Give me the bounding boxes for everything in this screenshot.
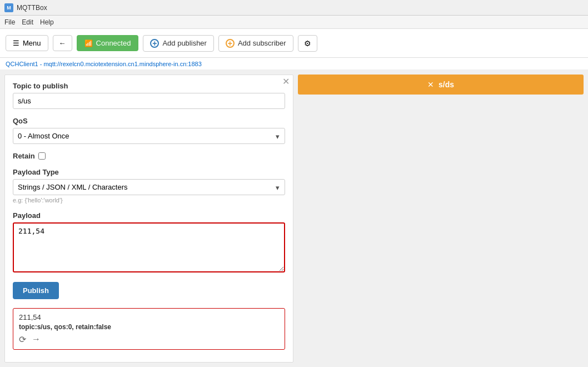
back-button[interactable]: ← xyxy=(53,35,72,51)
plus-circle-publisher-icon: + xyxy=(150,39,159,48)
signal-icon: 📶 xyxy=(84,39,93,47)
menu-button[interactable]: ☰ Menu xyxy=(6,35,48,51)
main-content: ✕ Topic to publish QoS 0 - Almost Once 1… xyxy=(0,70,588,367)
bars-icon: ☰ xyxy=(13,39,19,47)
publisher-close-button[interactable]: ✕ xyxy=(282,77,290,86)
qos-select-wrapper: 0 - Almost Once 1 - At Least Once 2 - Ex… xyxy=(13,128,285,144)
connection-bar: QCHClient1 - mqtt://rexelcn0.mciotextens… xyxy=(0,58,588,70)
topic-label: Topic to publish xyxy=(13,82,285,90)
qos-label: QoS xyxy=(13,117,285,125)
qos-group: QoS 0 - Almost Once 1 - At Least Once 2 … xyxy=(13,117,285,144)
topic-group: Topic to publish xyxy=(13,82,285,109)
publisher-form: Topic to publish QoS 0 - Almost Once 1 -… xyxy=(5,75,293,356)
connection-link[interactable]: QCHClient1 - mqtt://rexelcn0.mciotextens… xyxy=(6,61,202,67)
payload-label: Payload xyxy=(13,211,285,220)
subscriber-tab-close-icon[interactable]: ✕ xyxy=(427,80,434,89)
gear-icon: ⚙ xyxy=(304,39,311,48)
payload-type-group: Payload Type Strings / JSON / XML / Char… xyxy=(13,168,285,204)
menu-file[interactable]: File xyxy=(4,18,15,26)
menu-edit[interactable]: Edit xyxy=(22,18,33,26)
published-value: 211,54 xyxy=(19,313,279,321)
publish-button[interactable]: Publish xyxy=(13,282,59,299)
add-publisher-button[interactable]: + Add publisher xyxy=(143,35,214,52)
add-subscriber-button[interactable]: + Add subscriber xyxy=(218,35,293,52)
retain-label: Retain xyxy=(13,152,35,160)
connected-label: Connected xyxy=(96,39,131,47)
subscriber-tab[interactable]: ✕ s/ds xyxy=(298,75,584,95)
app-title: MQTTBox xyxy=(17,4,47,12)
arrow-left-icon: ← xyxy=(59,39,66,47)
title-bar: M MQTTBox xyxy=(0,0,588,16)
published-meta-text: topic:s/us, qos:0, retain:false xyxy=(19,323,111,331)
menu-help[interactable]: Help xyxy=(40,18,54,26)
retain-checkbox[interactable] xyxy=(38,152,46,160)
settings-button[interactable]: ⚙ xyxy=(298,35,317,52)
toolbar: ☰ Menu ← 📶 Connected + Add publisher + A… xyxy=(0,29,588,58)
payload-group: Payload 211,54 xyxy=(13,211,285,274)
published-actions: ⟳ → xyxy=(19,334,279,345)
topic-input[interactable] xyxy=(13,93,285,109)
subscriber-panel: ✕ s/ds xyxy=(298,75,584,363)
payload-type-label: Payload Type xyxy=(13,168,285,176)
subscriber-tab-label: s/ds xyxy=(438,80,454,89)
connected-button[interactable]: 📶 Connected xyxy=(77,35,139,51)
payload-example: e.g: {'hello':'world'} xyxy=(13,197,285,204)
plus-circle-subscriber-icon: + xyxy=(226,39,235,48)
qos-select[interactable]: 0 - Almost Once 1 - At Least Once 2 - Ex… xyxy=(13,128,285,144)
payload-textarea[interactable]: 211,54 xyxy=(13,222,285,272)
payload-type-select[interactable]: Strings / JSON / XML / Characters Intege… xyxy=(13,179,285,195)
forward-icon[interactable]: → xyxy=(32,334,41,345)
published-message-box: 211,54 topic:s/us, qos:0, retain:false ⟳… xyxy=(13,308,285,350)
menu-label: Menu xyxy=(23,39,41,47)
app-icon: M xyxy=(4,3,13,12)
add-subscriber-label: Add subscriber xyxy=(238,39,286,47)
republish-icon[interactable]: ⟳ xyxy=(19,334,26,345)
add-publisher-label: Add publisher xyxy=(162,39,207,47)
payload-type-select-wrapper: Strings / JSON / XML / Characters Intege… xyxy=(13,179,285,195)
menu-bar: File Edit Help xyxy=(0,16,588,29)
published-meta: topic:s/us, qos:0, retain:false xyxy=(19,323,279,331)
retain-group: Retain xyxy=(13,152,285,160)
publisher-panel: ✕ Topic to publish QoS 0 - Almost Once 1… xyxy=(4,75,293,363)
